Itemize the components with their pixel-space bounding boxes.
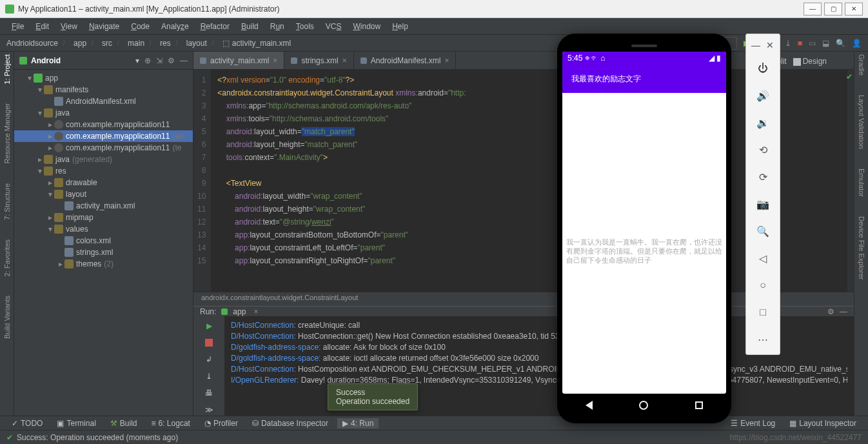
minimize-button[interactable]: ―: [804, 3, 822, 15]
menu-edit[interactable]: Edit: [30, 21, 54, 32]
tree-item[interactable]: ▸mipmap: [14, 212, 193, 223]
emu-rotate-right-icon[interactable]: ⟳: [750, 166, 776, 188]
tree-item[interactable]: colors.xml: [14, 235, 193, 247]
sdk-button[interactable]: ⬓: [822, 39, 829, 48]
stop-button[interactable]: [203, 337, 215, 348]
breadcrumb-item[interactable]: app: [74, 39, 86, 48]
emu-camera-icon[interactable]: 📷: [750, 193, 776, 215]
select-opened-icon[interactable]: ⊕: [144, 56, 151, 65]
phone-back-button[interactable]: [586, 401, 593, 410]
tab-close-icon[interactable]: ×: [342, 56, 347, 65]
phone-screen[interactable]: 5:45 ◉ ᯤ ⌂ ◢ ▮ 我最喜欢的励志文字 我一直认为我是一直蜗牛。我一直…: [562, 52, 726, 394]
phone-home-button[interactable]: [639, 401, 648, 410]
avd-button[interactable]: ▭: [809, 39, 816, 48]
soft-wrap-button[interactable]: ↲: [203, 354, 215, 365]
breadcrumb-item[interactable]: activity_main.xml: [232, 39, 291, 48]
menu-tools[interactable]: Tools: [291, 21, 319, 32]
menu-help[interactable]: Help: [387, 21, 413, 32]
menu-view[interactable]: View: [55, 21, 83, 32]
tree-item[interactable]: ▾java: [14, 107, 193, 119]
expand-all-icon[interactable]: ⇲: [156, 56, 163, 65]
tree-item[interactable]: ▸com.example.myapplication11: [14, 119, 193, 130]
toolwin-device-file-explorer[interactable]: Device File Explorer: [858, 216, 865, 279]
hide-button[interactable]: —: [840, 307, 847, 316]
stop-button[interactable]: ■: [798, 39, 802, 48]
tool-event-log[interactable]: ☰ Event Log: [725, 418, 780, 429]
tool-terminal[interactable]: ▣ Terminal: [52, 418, 101, 429]
breadcrumb-item[interactable]: src: [102, 39, 112, 48]
editor-tab[interactable]: strings.xml ×: [284, 52, 353, 69]
tree-item[interactable]: AndroidManifest.xml: [14, 96, 193, 107]
emu-close-button[interactable]: ✕: [763, 38, 777, 52]
breadcrumb-item[interactable]: layout: [186, 39, 207, 48]
menu-file[interactable]: File: [6, 21, 29, 32]
editor-scrollbar[interactable]: [847, 70, 854, 292]
tree-item[interactable]: ▾app: [14, 72, 193, 84]
project-view-selector[interactable]: Android: [31, 56, 133, 65]
tool-build[interactable]: Build: [105, 418, 143, 429]
breadcrumb-item[interactable]: res: [160, 39, 171, 48]
toolwin-structure[interactable]: 7: Structure: [3, 183, 11, 220]
emu-back-icon[interactable]: ◁: [750, 247, 776, 269]
emu-power-icon[interactable]: ⏻: [750, 57, 776, 79]
breadcrumb-item[interactable]: main: [128, 39, 144, 48]
editor-tab[interactable]: AndroidManifest.xml ×: [354, 52, 457, 69]
tree-item[interactable]: ▸com.example.myapplication11(an: [14, 130, 193, 142]
tree-item[interactable]: activity_main.xml: [14, 200, 193, 212]
menu-window[interactable]: Window: [348, 21, 386, 32]
menu-refactor[interactable]: Refactor: [195, 21, 235, 32]
toolwin-layout-validation[interactable]: Layout Validation: [858, 95, 865, 149]
print-button[interactable]: 🖶: [203, 387, 215, 399]
tree-item[interactable]: ▸drawable: [14, 177, 193, 188]
menu-code[interactable]: Code: [126, 21, 155, 32]
gear-icon[interactable]: ⚙: [168, 56, 175, 65]
tree-item[interactable]: strings.xml: [14, 247, 193, 258]
tree-item[interactable]: ▾res: [14, 165, 193, 177]
attach-button[interactable]: ⤓: [785, 39, 791, 48]
clear-all-button[interactable]: ≫: [203, 404, 215, 416]
menu-analyze[interactable]: Analyze: [156, 21, 194, 32]
avatar-icon[interactable]: 👤: [852, 39, 862, 48]
menu-vcs[interactable]: VCS: [321, 21, 347, 32]
emu-volume-up-icon[interactable]: 🔊: [750, 85, 776, 106]
toolwin-resource-manager[interactable]: Resource Manager: [3, 103, 11, 164]
maximize-button[interactable]: ▢: [824, 3, 842, 15]
emu-home-icon[interactable]: ○: [750, 274, 776, 296]
emu-rotate-left-icon[interactable]: ⟲: [750, 139, 776, 161]
editor-tab[interactable]: activity_main.xml ×: [193, 52, 284, 69]
tree-item[interactable]: ▸themes(2): [14, 258, 193, 270]
tab-close-icon[interactable]: ×: [273, 56, 277, 65]
mode-design[interactable]: Design: [793, 57, 827, 66]
scroll-to-end-button[interactable]: ⤓: [203, 370, 215, 382]
emu-more-icon[interactable]: ⋯: [750, 328, 776, 350]
tree-item[interactable]: ▾layout: [14, 188, 193, 200]
tab-close-icon[interactable]: ×: [444, 56, 449, 65]
tree-item[interactable]: ▸java(generated): [14, 154, 193, 165]
emu-overview-icon[interactable]: □: [750, 301, 776, 323]
tool-database[interactable]: ⛁ Database Inspector: [247, 418, 333, 429]
search-icon[interactable]: 🔍: [836, 39, 845, 48]
menu-run[interactable]: Run: [265, 21, 290, 32]
tree-item[interactable]: ▸com.example.myapplication11(te: [14, 142, 193, 154]
toolwin-build-variants[interactable]: Build Variants: [3, 296, 11, 339]
toolwin-favorites[interactable]: 2: Favorites: [3, 239, 11, 276]
tree-item[interactable]: ▾values: [14, 223, 193, 235]
hide-button[interactable]: —: [180, 56, 188, 65]
tool-run[interactable]: ▶ 4: Run: [337, 418, 379, 429]
phone-recents-button[interactable]: [695, 401, 703, 409]
tool-layout-inspector[interactable]: ▦ Layout Inspector: [784, 418, 862, 429]
close-button[interactable]: ✕: [845, 3, 863, 15]
toolwin-emulator[interactable]: Emulator: [858, 168, 865, 197]
chevron-down-icon[interactable]: ▾: [135, 56, 139, 65]
tool-todo[interactable]: ✓ TODO: [6, 418, 48, 429]
toolwin-project[interactable]: 1: Project: [3, 54, 11, 84]
tab-close-icon[interactable]: ×: [253, 307, 258, 316]
emu-volume-down-icon[interactable]: 🔉: [750, 112, 776, 134]
tree-item[interactable]: ▾manifests: [14, 84, 193, 96]
project-tree[interactable]: ▾app▾manifestsAndroidManifest.xml▾java▸c…: [14, 70, 193, 416]
emu-minimize-button[interactable]: —: [749, 38, 763, 52]
menu-build[interactable]: Build: [236, 21, 264, 32]
rerun-button[interactable]: ▶: [203, 320, 215, 332]
inspection-indicator[interactable]: ✔: [846, 72, 853, 81]
emu-zoom-icon[interactable]: 🔍: [750, 220, 776, 242]
